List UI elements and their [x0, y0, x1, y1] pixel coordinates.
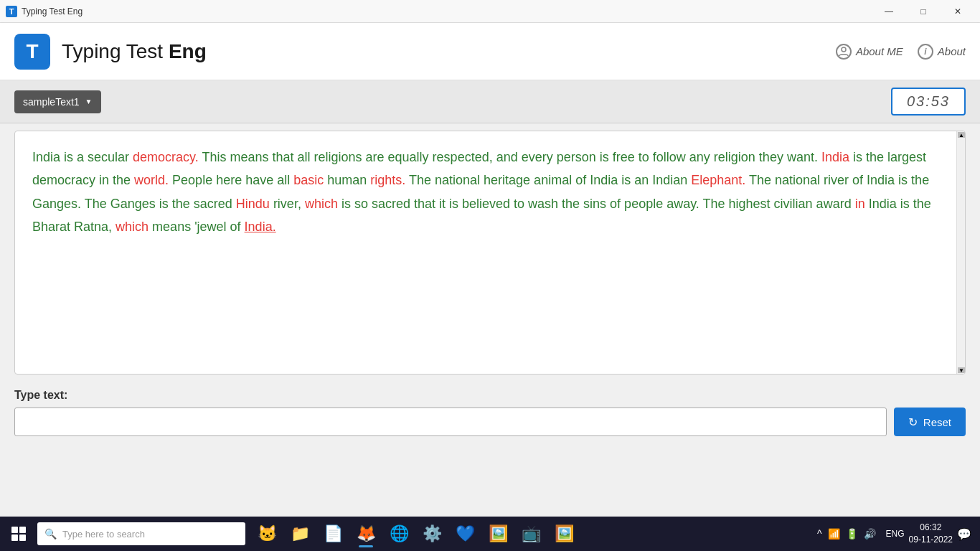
taskbar-apps: 🐱 📁 📄 🦊 🌐 ⚙️ 💙 🖼️ 📺 🖼️ — [251, 518, 580, 550]
taskbar-app-settings[interactable]: ⚙️ — [416, 518, 448, 550]
info-icon: i — [918, 44, 933, 60]
reset-icon: ↻ — [908, 415, 918, 429]
title-bar: T Typing Test Eng — □ ✕ — [0, 0, 980, 23]
app-title-normal: Typing Test — [62, 40, 169, 62]
clock-date: 09-11-2022 — [909, 534, 953, 546]
taskbar-right: ^ 📶 🔋 🔊 ENG 06:32 09-11-2022 💬 — [817, 522, 977, 546]
taskbar-app-vscode[interactable]: 💙 — [449, 518, 481, 550]
reset-label: Reset — [923, 416, 951, 428]
sample-text-dropdown[interactable]: sampleText1 ▼ — [14, 90, 101, 113]
timer-display: 03:53 — [891, 88, 966, 116]
app-header: T Typing Test Eng About ME i About — [0, 23, 980, 80]
taskbar-app-media[interactable]: 🖼️ — [482, 518, 514, 550]
start-button[interactable] — [3, 518, 34, 550]
minimize-button[interactable]: — — [872, 0, 905, 23]
scrollbar-down-button[interactable]: ▼ — [958, 367, 965, 373]
passage-text: India is a secular democracy. This means… — [15, 131, 965, 253]
taskbar-app-file-explorer[interactable]: 📁 — [284, 518, 316, 550]
about-me-button[interactable]: About ME — [836, 44, 903, 60]
svg-text:T: T — [9, 7, 14, 16]
app-title-bold: Eng — [169, 40, 207, 62]
about-label: About — [938, 45, 966, 57]
reset-button[interactable]: ↻ Reset — [894, 408, 966, 436]
taskbar-system-icons: ^ 📶 🔋 🔊 — [817, 528, 876, 540]
volume-icon[interactable]: 🔊 — [864, 528, 876, 540]
windows-icon — [11, 527, 26, 541]
scrollbar-up-button[interactable]: ▲ — [958, 132, 965, 138]
taskbar-app-documents[interactable]: 📄 — [317, 518, 349, 550]
taskbar-app-tv[interactable]: 📺 — [515, 518, 547, 550]
type-text-input[interactable] — [14, 408, 887, 436]
chevron-up-icon[interactable]: ^ — [817, 528, 822, 540]
maximize-button[interactable]: □ — [907, 0, 940, 23]
title-bar-text: Typing Test Eng — [22, 6, 872, 17]
taskbar-app-firefox[interactable]: 🦊 — [350, 518, 382, 550]
text-display-container: India is a secular democracy. This means… — [14, 131, 966, 375]
taskbar-app-gallery[interactable]: 🖼️ — [548, 518, 580, 550]
about-me-label: About ME — [856, 45, 903, 57]
app-logo: T — [14, 34, 50, 70]
scrollbar-track: ▲ ▼ — [956, 131, 965, 374]
toolbar: sampleText1 ▼ 03:53 — [0, 80, 980, 123]
taskbar-search-bar[interactable]: 🔍 Type here to search — [37, 522, 245, 545]
taskbar: 🔍 Type here to search 🐱 📁 📄 🦊 🌐 ⚙️ 💙 🖼️ — [0, 517, 980, 551]
clock-time: 06:32 — [909, 522, 953, 534]
svg-point-2 — [842, 47, 846, 52]
search-placeholder-text: Type here to search — [62, 529, 145, 540]
type-label: Type text: — [14, 389, 966, 402]
language-indicator: ENG — [886, 529, 905, 539]
spacer — [0, 448, 980, 517]
app-icon-small: T — [6, 6, 17, 17]
taskbar-app-browser[interactable]: 🌐 — [383, 518, 415, 550]
app-title: Typing Test Eng — [62, 40, 836, 63]
type-input-row: ↻ Reset — [14, 408, 966, 436]
battery-icon[interactable]: 🔋 — [846, 528, 858, 540]
header-actions: About ME i About — [836, 44, 966, 60]
type-section: Type text: ↻ Reset — [0, 382, 980, 448]
taskbar-app-animals[interactable]: 🐱 — [251, 518, 283, 550]
close-button[interactable]: ✕ — [941, 0, 974, 23]
search-icon: 🔍 — [44, 528, 57, 540]
taskbar-clock[interactable]: 06:32 09-11-2022 — [909, 522, 953, 546]
chevron-down-icon: ▼ — [85, 98, 93, 105]
about-button[interactable]: i About — [918, 44, 966, 60]
person-icon — [836, 44, 852, 60]
wifi-icon[interactable]: 📶 — [828, 528, 840, 540]
notification-icon[interactable]: 💬 — [957, 527, 971, 541]
window-controls: — □ ✕ — [872, 0, 974, 23]
app-active-indicator — [359, 545, 373, 547]
dropdown-label: sampleText1 — [23, 96, 80, 108]
